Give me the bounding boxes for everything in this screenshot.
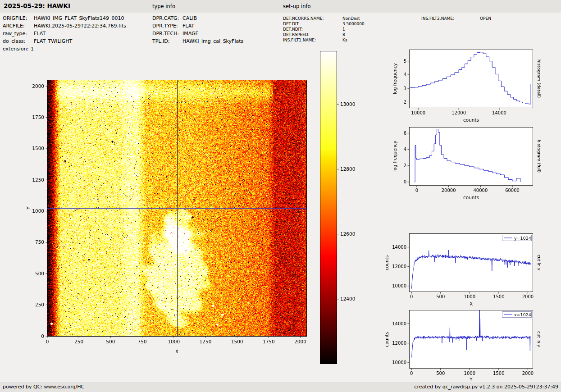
meta-label: DPR.TYPE:: [152, 23, 182, 29]
meta-row-dprtype: DPR.TYPE:FLAT: [152, 23, 194, 29]
meta-value: FLAT_TWILIGHT: [34, 38, 72, 44]
meta-value: CALIB: [182, 15, 197, 21]
meta-row-rspeed: DET.RSPEED:8: [283, 32, 345, 37]
meta-row-rawtype: raw_type:FLAT: [3, 31, 46, 36]
histogram-detail-plot: log frequency histogram (detail) counts: [389, 47, 544, 126]
meta-value: Ks: [342, 38, 347, 42]
main-image-plot: Y X: [25, 77, 324, 366]
meta-value: 8: [342, 32, 345, 37]
histogram-full-ylabel: log frequency: [392, 125, 399, 188]
main-image-canvas: [25, 77, 318, 357]
meta-value: 1: [342, 27, 345, 32]
meta-value: NonDest: [342, 16, 360, 21]
meta-label: DPR.TECH:: [152, 31, 182, 36]
histogram-detail-right-label: histogram (detail): [536, 47, 542, 110]
meta-label: ORIGFILE:: [3, 15, 34, 21]
meta-row-doclass: do_class:FLAT_TWILIGHT: [3, 38, 72, 44]
histogram-full-xlabel: counts: [409, 195, 533, 200]
cut-in-y-xlabel: Y: [409, 377, 533, 382]
cut-in-x-right-label: cut in x: [536, 231, 542, 294]
meta-value: 1: [31, 46, 34, 52]
meta-row-origfile: ORIGFILE:HAWKI_IMG_FLAT_SkyFlats149_0010: [3, 15, 124, 21]
cut-in-y-canvas: [389, 308, 544, 380]
meta-value: HAWKI_IMG_FLAT_SkyFlats149_0010: [34, 15, 124, 21]
histogram-detail-ylabel: log frequency: [392, 47, 399, 110]
meta-row-dit: DET.DIT:3.5000000: [283, 22, 365, 26]
meta-value: OPEN: [480, 16, 491, 21]
setup-info-heading: set-up info: [283, 3, 311, 9]
main-ylabel: Y: [26, 80, 32, 336]
meta-row-arcfile: ARCFILE:HAWKI.2025-05-29T22:22:34.769.fi…: [3, 23, 126, 29]
colorbar: [320, 51, 363, 366]
histogram-detail-canvas: [389, 47, 544, 119]
main-xlabel: X: [47, 349, 306, 355]
header-bar: 2025-05-29: HAWKI type info set-up info: [0, 0, 561, 13]
colorbar-canvas: [320, 51, 363, 366]
footer-right-text: created by qc_rawdisp.py v1.2.3 on 2025-…: [414, 384, 558, 390]
cut-in-y-plot: counts cut in y Y: [389, 308, 544, 387]
meta-row-dprtech: DPR.TECH:IMAGE: [152, 31, 199, 36]
cut-in-x-plot: counts cut in x X: [389, 231, 544, 310]
cut-in-x-canvas: [389, 231, 544, 303]
cut-in-y-ylabel: counts: [383, 308, 391, 371]
meta-row-filt1: INS.FILT1.NAME:Ks: [283, 38, 347, 42]
cut-in-x-xlabel: X: [409, 301, 533, 306]
histogram-detail-xlabel: counts: [409, 118, 533, 123]
qc-report-page: 2025-05-29: HAWKI type info set-up info …: [0, 0, 561, 392]
meta-value: FLAT: [182, 23, 194, 29]
meta-row-ndit: DET.NDIT:1: [283, 27, 345, 32]
type-info-heading: type info: [152, 3, 175, 9]
meta-row-dprcatg: DPR.CATG:CALIB: [152, 15, 197, 21]
meta-value: HAWKI.2025-05-29T22:22:34.769.fits: [34, 23, 126, 29]
meta-label: INS.FILT1.NAME:: [283, 38, 342, 42]
meta-value: IMAGE: [182, 31, 199, 36]
histogram-full-plot: log frequency histogram (full) counts: [389, 125, 544, 204]
cut-in-x-ylabel: counts: [383, 231, 391, 294]
meta-label: INS.FILT2.NAME:: [421, 16, 480, 21]
footer-left-text: powered by QC: www.eso.org/HC: [3, 384, 84, 390]
meta-label: ARCFILE:: [3, 23, 34, 29]
meta-row-ncorrs: DET.NCORRS.NAME:NonDest: [283, 16, 360, 21]
meta-value: FLAT: [34, 31, 46, 36]
footer-bar: powered by QC: www.eso.org/HC created by…: [0, 382, 561, 392]
meta-label: DET.NCORRS.NAME:: [283, 16, 342, 21]
meta-row-tplid: TPL.ID:HAWKI_img_cal_SkyFlats: [152, 38, 243, 44]
meta-label: do_class:: [3, 38, 34, 44]
meta-label: TPL.ID:: [152, 38, 182, 44]
meta-label: DET.NDIT:: [283, 27, 342, 32]
meta-label: extension:: [3, 46, 31, 52]
meta-label: DPR.CATG:: [152, 15, 182, 21]
histogram-full-right-label: histogram (full): [536, 125, 542, 188]
meta-row-extension: extension:1: [3, 46, 34, 52]
meta-label: DET.RSPEED:: [283, 32, 342, 37]
meta-value: 3.5000000: [342, 22, 365, 26]
meta-label: DET.DIT:: [283, 22, 342, 26]
meta-row-filt2: INS.FILT2.NAME:OPEN: [421, 16, 491, 21]
histogram-full-canvas: [389, 125, 544, 197]
page-title: 2025-05-29: HAWKI: [4, 2, 70, 9]
meta-label: raw_type:: [3, 31, 34, 36]
meta-value: HAWKI_img_cal_SkyFlats: [182, 38, 243, 44]
cut-in-y-right-label: cut in y: [536, 308, 542, 371]
